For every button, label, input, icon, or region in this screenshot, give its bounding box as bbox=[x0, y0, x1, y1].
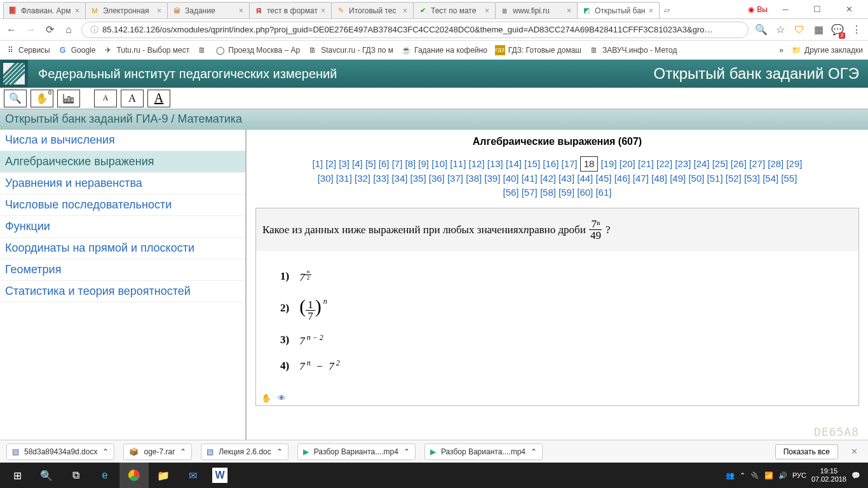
extension-shield-icon[interactable]: 🛡 bbox=[793, 22, 806, 37]
mail-icon[interactable]: ✉ bbox=[178, 463, 207, 488]
download-item[interactable]: ▤58d3a89434a9d.docx⌃ bbox=[6, 444, 114, 460]
tray-chevron-icon[interactable]: ⌃ bbox=[740, 471, 745, 480]
sidebar-item-geometry[interactable]: Геометрия bbox=[0, 259, 245, 281]
tab-4[interactable]: ✎Итоговый тес× bbox=[331, 2, 414, 18]
eye-icon[interactable]: 👁 bbox=[278, 393, 286, 403]
sidebar-item-statistics[interactable]: Статистика и теория вероятностей bbox=[0, 281, 245, 302]
url-field[interactable]: ⓘ 85.142.162.126/os/xmodules/qprint/inde… bbox=[81, 22, 749, 38]
sidebar-item-coords[interactable]: Координаты на прямой и плоскости bbox=[0, 238, 245, 259]
bookmark-star-icon[interactable]: ☆ bbox=[774, 22, 787, 37]
volume-icon[interactable]: 🔊 bbox=[778, 471, 787, 480]
close-icon[interactable]: × bbox=[321, 8, 327, 14]
close-icon[interactable]: × bbox=[75, 8, 81, 14]
download-item[interactable]: 📦oge-7.rar⌃ bbox=[123, 444, 192, 460]
site-logo[interactable] bbox=[0, 60, 28, 88]
font-mid-button[interactable]: A bbox=[121, 90, 144, 107]
chart-tool-button[interactable] bbox=[57, 90, 80, 107]
maximize-button[interactable]: ☐ bbox=[803, 1, 831, 18]
apps-button[interactable]: ⠿Сервисы bbox=[5, 45, 50, 55]
search-icon[interactable]: 🔍 bbox=[755, 22, 768, 37]
home-button[interactable]: ⌂ bbox=[62, 22, 75, 37]
chevron-up-icon[interactable]: ⌃ bbox=[276, 447, 283, 456]
download-item[interactable]: ▤Лекция 2.6.doc⌃ bbox=[201, 444, 288, 460]
tab-7[interactable]: ◩Открытый бан× bbox=[577, 2, 660, 18]
extension-icon[interactable]: 💬2 bbox=[831, 22, 844, 37]
tab-favicon: ◩ bbox=[581, 6, 592, 16]
tab-1[interactable]: MЭлектронная× bbox=[85, 2, 168, 18]
tab-favicon: 📕 bbox=[8, 6, 18, 16]
menu-button[interactable]: ⋮ bbox=[850, 22, 863, 37]
extension-icon[interactable]: ▦ bbox=[812, 22, 825, 37]
forward-button[interactable]: → bbox=[24, 22, 37, 37]
close-button[interactable]: ✕ bbox=[835, 1, 863, 18]
show-all-button[interactable]: Показать все bbox=[775, 444, 838, 459]
edge-icon[interactable]: e bbox=[90, 463, 119, 488]
download-item[interactable]: ▶Разбор Варианта....mp4⌃ bbox=[424, 444, 543, 460]
bookmark-item[interactable]: ГДЗГДЗ: Готовые домаш bbox=[495, 45, 581, 55]
bookmark-item[interactable]: 🗎 bbox=[197, 45, 207, 55]
minimize-button[interactable]: ─ bbox=[771, 1, 799, 18]
close-icon[interactable]: × bbox=[403, 8, 409, 14]
categories-sidebar: Числа и вычисления Алгебраические выраже… bbox=[0, 130, 247, 440]
wifi-icon[interactable]: 📶 bbox=[764, 471, 773, 480]
task-view-button[interactable]: ⧉ bbox=[61, 463, 90, 488]
new-tab-button[interactable]: ▱ bbox=[659, 2, 674, 18]
bookmark-item[interactable]: 🗎Stavcur.ru - ГДЗ по м bbox=[308, 45, 393, 55]
site-info-icon[interactable]: ⓘ bbox=[88, 24, 100, 36]
tab-0[interactable]: 📕Флавиан. Арм× bbox=[3, 2, 86, 18]
sidebar-item-functions[interactable]: Функции bbox=[0, 216, 245, 238]
hand-tool-button[interactable]: ✋0 bbox=[31, 90, 53, 107]
start-button[interactable]: ⊞ bbox=[3, 463, 32, 488]
option-4[interactable]: 4) 7 n − 7 2 bbox=[280, 358, 834, 373]
tab-2[interactable]: 🏛Задание× bbox=[167, 2, 250, 18]
close-icon[interactable]: ✕ bbox=[847, 447, 862, 456]
chevron-right-icon[interactable]: » bbox=[779, 46, 783, 55]
people-icon[interactable]: 👥 bbox=[726, 471, 735, 480]
question-footer: ✋ 👁 bbox=[256, 391, 858, 405]
font-big-button[interactable]: A bbox=[147, 90, 170, 107]
tab-3[interactable]: Ятест в формат× bbox=[249, 2, 332, 18]
bookmark-item[interactable]: GGoogle bbox=[58, 45, 96, 55]
bookmark-item[interactable]: 🗎ЗАВУЧ.инфо - Метод bbox=[589, 45, 677, 55]
google-icon: G bbox=[58, 45, 68, 55]
option-2[interactable]: 2) (17) n bbox=[280, 295, 834, 322]
option-1[interactable]: 1) 7n2 bbox=[280, 269, 834, 284]
option-3[interactable]: 3) 7 n − 2 bbox=[280, 333, 834, 348]
sidebar-item-equations[interactable]: Уравнения и неравенства bbox=[0, 173, 245, 194]
word-icon[interactable]: W bbox=[212, 468, 227, 483]
clock[interactable]: 19:15 07.02.2018 bbox=[811, 467, 846, 483]
other-bookmarks[interactable]: 📁Другие закладки bbox=[791, 45, 863, 55]
sidebar-item-algebra[interactable]: Алгебраические выражения bbox=[0, 151, 245, 173]
chrome-icon[interactable] bbox=[119, 463, 149, 488]
bookmark-item[interactable]: ◯Проезд Москва – Ар bbox=[215, 45, 300, 55]
language-indicator[interactable]: РУС bbox=[792, 471, 806, 479]
close-icon[interactable]: × bbox=[649, 8, 655, 14]
chevron-up-icon[interactable]: ⌃ bbox=[403, 447, 410, 456]
sidebar-item-numbers[interactable]: Числа и вычисления bbox=[0, 130, 245, 151]
battery-icon[interactable]: 🔌 bbox=[750, 471, 759, 480]
close-icon[interactable]: × bbox=[567, 8, 573, 14]
close-icon[interactable]: × bbox=[485, 8, 491, 14]
search-button[interactable]: 🔍 bbox=[32, 463, 61, 488]
sidebar-item-sequences[interactable]: Числовые последовательности bbox=[0, 194, 245, 216]
explorer-icon[interactable]: 📁 bbox=[149, 463, 178, 488]
yandex-badge[interactable]: ◉Вы bbox=[748, 5, 768, 14]
bookmark-item[interactable]: ☕Гадание на кофейно bbox=[401, 45, 487, 55]
reload-button[interactable]: ⟳ bbox=[43, 22, 56, 37]
chevron-up-icon[interactable]: ⌃ bbox=[180, 447, 186, 456]
close-icon[interactable]: × bbox=[239, 8, 245, 14]
pagination[interactable]: [1] [2] [3] [4] [5] [6] [7] [8] [9] [10]… bbox=[255, 156, 859, 199]
chevron-up-icon[interactable]: ⌃ bbox=[102, 447, 109, 456]
site-header: Федеральный институт педагогических изме… bbox=[0, 60, 868, 88]
bookmark-item[interactable]: ✈Tutu.ru - Выбор мест bbox=[103, 45, 189, 55]
back-button[interactable]: ← bbox=[5, 22, 18, 37]
font-small-button[interactable]: A bbox=[94, 90, 117, 107]
notifications-icon[interactable]: 💬 bbox=[851, 471, 860, 480]
search-tool-button[interactable]: 🔍 bbox=[4, 90, 27, 107]
tab-6[interactable]: 🗎www.fipi.ru× bbox=[495, 2, 578, 18]
tab-5[interactable]: ✔Тест по мате× bbox=[413, 2, 496, 18]
hand-icon[interactable]: ✋ bbox=[261, 393, 271, 403]
download-item[interactable]: ▶Разбор Варианта....mp4⌃ bbox=[297, 444, 416, 460]
close-icon[interactable]: × bbox=[157, 8, 163, 14]
chevron-up-icon[interactable]: ⌃ bbox=[531, 447, 537, 456]
